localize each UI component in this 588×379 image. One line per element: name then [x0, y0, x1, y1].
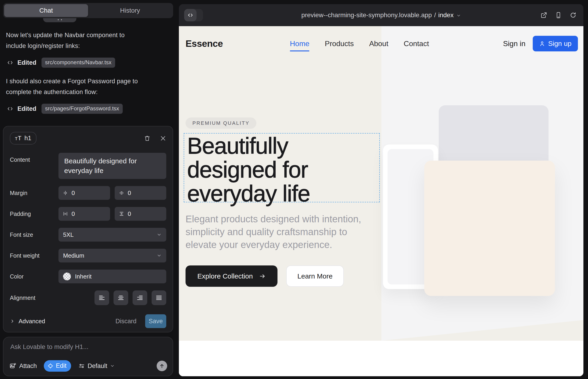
- font-size-select[interactable]: 5XL: [59, 228, 166, 242]
- color-row: Color Inherit: [10, 269, 166, 283]
- chevron-down-icon: [157, 253, 162, 258]
- align-right-button[interactable]: [133, 290, 147, 305]
- align-center-button[interactable]: [113, 290, 128, 305]
- send-button[interactable]: [157, 361, 167, 371]
- padding-row: Padding 0 0: [10, 207, 166, 221]
- url-separator: /: [434, 12, 436, 19]
- nav-link-products[interactable]: Products: [325, 39, 354, 48]
- premium-quality-badge: PREMIUM QUALITY: [186, 117, 256, 129]
- edited-label: Edited: [17, 105, 36, 112]
- padding-y-icon: [119, 211, 124, 217]
- assistant-message: I should also create a Forgot Password p…: [6, 76, 146, 97]
- chevron-down-icon: [456, 13, 461, 18]
- hero-heading[interactable]: Beautifully designed for everyday life: [187, 134, 310, 205]
- lovable-editor-app: Chat History Now let's update the Navbar…: [0, 0, 588, 379]
- padding-x-icon: [62, 211, 68, 217]
- type-icon: TT: [15, 135, 22, 142]
- alignment-label: Alignment: [10, 295, 59, 301]
- sign-up-button[interactable]: Sign up: [533, 36, 578, 51]
- image-plus-icon: [9, 363, 16, 369]
- alignment-row: Alignment: [10, 290, 166, 305]
- font-weight-label: Font weight: [10, 252, 59, 259]
- composer-toolbar: Attach Edit Default: [9, 360, 167, 372]
- chat-composer[interactable]: Ask Lovable to modify H1... Attach Edit …: [3, 337, 173, 376]
- preview-topbar: preview--charming-site-symphony.lovable.…: [179, 4, 583, 26]
- site-logo[interactable]: Essence: [186, 38, 223, 49]
- sliders-icon: [78, 363, 85, 369]
- margin-row: Margin 0 0: [10, 186, 166, 200]
- preview-url[interactable]: preview--charming-site-symphony.lovable.…: [179, 4, 583, 26]
- edited-label: Edited: [17, 59, 36, 66]
- chevron-right-icon: [10, 319, 15, 324]
- padding-y-input[interactable]: 0: [115, 207, 166, 221]
- default-model-button[interactable]: Default: [78, 363, 115, 370]
- explore-collection-button[interactable]: Explore Collection: [186, 266, 278, 287]
- code-icon: [7, 106, 13, 112]
- target-icon: [47, 363, 53, 369]
- close-icon[interactable]: [160, 135, 166, 142]
- font-weight-select[interactable]: Medium: [59, 249, 166, 262]
- color-select[interactable]: Inherit: [59, 269, 166, 283]
- hero-card-cream: [424, 161, 555, 296]
- preview-panel: preview--charming-site-symphony.lovable.…: [179, 4, 583, 376]
- hero-background-wedge: [381, 320, 583, 341]
- content-input[interactable]: Beautifully designed for everyday life: [59, 153, 166, 179]
- align-left-button[interactable]: [94, 290, 109, 305]
- url-domain: preview--charming-site-symphony.lovable.…: [301, 12, 432, 19]
- trash-icon[interactable]: [144, 135, 151, 142]
- user-icon: [539, 41, 545, 47]
- font-size-label: Font size: [10, 232, 59, 238]
- tab-chat[interactable]: Chat: [4, 4, 88, 17]
- hero-paragraph[interactable]: Elegant products designed with intention…: [186, 213, 369, 251]
- sign-in-link[interactable]: Sign in: [503, 39, 526, 48]
- file-chip[interactable]: src/pages/ForgotPassword.tsx: [42, 104, 123, 114]
- file-chip[interactable]: src/components/Navbar.tsx: [42, 58, 115, 68]
- chevron-down-icon: [157, 232, 162, 237]
- advanced-toggle[interactable]: Advanced: [10, 318, 45, 325]
- element-selection-outline: Beautifully designed for everyday life: [184, 133, 380, 202]
- margin-y-icon: [119, 190, 124, 196]
- margin-y-input[interactable]: 0: [115, 186, 166, 200]
- chat-sidebar: Chat History Now let's update the Navbar…: [0, 0, 178, 379]
- learn-more-button[interactable]: Learn More: [286, 266, 344, 287]
- margin-x-input[interactable]: 0: [59, 186, 110, 200]
- chat-messages: Now let's update the Navbar component to…: [6, 30, 146, 122]
- edited-file-row: Edited src/components/Navbar.tsx: [6, 58, 146, 68]
- color-label: Color: [10, 273, 59, 280]
- padding-label: Padding: [10, 211, 59, 217]
- composer-placeholder[interactable]: Ask Lovable to modify H1...: [10, 343, 166, 350]
- element-tag-name: h1: [25, 135, 31, 142]
- site-nav-links: Home Products About Contact: [290, 31, 429, 56]
- editor-header: TT h1: [10, 132, 166, 144]
- site-canvas: Essence Home Products About Contact Sign…: [179, 26, 583, 376]
- refresh-icon[interactable]: [570, 12, 576, 19]
- open-in-new-icon[interactable]: [540, 12, 547, 19]
- discard-button[interactable]: Discard: [115, 318, 137, 325]
- align-justify-button[interactable]: [152, 290, 166, 305]
- font-weight-row: Font weight Medium: [10, 249, 166, 262]
- nav-link-home[interactable]: Home: [290, 39, 309, 48]
- margin-label: Margin: [10, 190, 59, 196]
- code-icon: [7, 59, 13, 66]
- attach-button[interactable]: Attach: [9, 363, 37, 370]
- edited-file-row: Edited src/pages/ForgotPassword.tsx: [6, 104, 146, 114]
- section-below: [179, 341, 583, 376]
- mobile-device-icon[interactable]: [555, 12, 562, 19]
- element-tag-chip[interactable]: TT h1: [10, 132, 36, 144]
- font-size-row: Font size 5XL: [10, 228, 166, 242]
- chevron-down-icon: [110, 364, 115, 368]
- advanced-row: Advanced Discard Save: [10, 314, 166, 328]
- url-page: index: [438, 12, 454, 19]
- assistant-message: Now let's update the Navbar component to…: [6, 30, 146, 51]
- nav-link-contact[interactable]: Contact: [404, 39, 429, 48]
- transparency-swatch-icon: [63, 272, 71, 280]
- hero-cta-row: Explore Collection Learn More: [186, 266, 344, 287]
- nav-link-about[interactable]: About: [369, 39, 388, 48]
- tab-history[interactable]: History: [88, 4, 172, 17]
- save-button[interactable]: Save: [145, 314, 166, 328]
- content-label: Content: [10, 157, 59, 163]
- ellipsis-icon: [58, 19, 62, 20]
- padding-x-input[interactable]: 0: [59, 207, 110, 221]
- site-navbar: Essence Home Products About Contact Sign…: [179, 31, 583, 56]
- edit-mode-button[interactable]: Edit: [44, 360, 71, 372]
